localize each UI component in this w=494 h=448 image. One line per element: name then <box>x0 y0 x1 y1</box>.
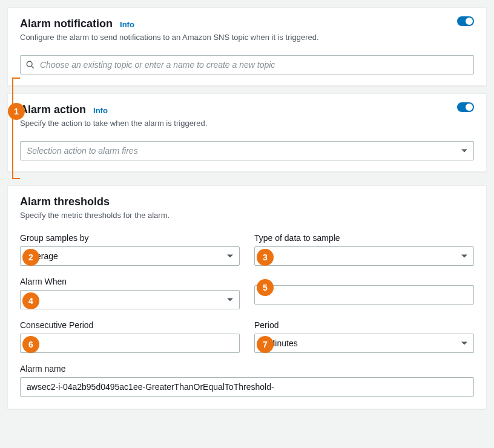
chevron-down-icon <box>461 342 467 345</box>
alarm-name-label: Alarm name <box>20 364 474 374</box>
alarm-when-label: Alarm When <box>20 277 240 286</box>
consecutive-period-label: Consecutive Period <box>20 320 240 330</box>
chevron-down-icon <box>461 255 467 258</box>
search-icon <box>26 61 35 69</box>
type-data-label: Type of data to sample <box>254 233 474 243</box>
period-label: Period <box>254 320 474 330</box>
threshold-value-input[interactable] <box>254 285 474 305</box>
alarm-action-title: Alarm action <box>20 104 86 116</box>
type-data-select[interactable] <box>254 246 474 266</box>
alarm-action-panel: Alarm action Info Specify the action to … <box>7 93 487 172</box>
alarm-action-select[interactable]: Selection action to alarm fires <box>20 141 474 160</box>
alarm-thresholds-panel: Alarm thresholds Specify the metric thre… <box>7 185 487 409</box>
info-link[interactable]: Info <box>93 106 108 115</box>
info-link[interactable]: Info <box>120 20 134 29</box>
alarm-notification-panel: Alarm notification Info Configure the al… <box>7 7 487 86</box>
alarm-thresholds-desc: Specify the metric thresholds for the al… <box>20 211 474 220</box>
period-select[interactable]: 5 Minutes <box>254 334 474 353</box>
alarm-name-input[interactable] <box>20 377 474 397</box>
alarm-thresholds-title: Alarm thresholds <box>20 196 474 208</box>
chevron-down-icon <box>227 298 233 301</box>
group-samples-label: Group samples by <box>20 233 240 243</box>
consecutive-period-input[interactable] <box>20 334 240 353</box>
alarm-notification-title: Alarm notification <box>20 18 113 30</box>
alarm-action-desc: Specify the action to take when the alar… <box>20 119 474 128</box>
group-samples-value: Average <box>27 251 58 261</box>
alarm-notification-toggle[interactable] <box>457 16 474 26</box>
sns-topic-search-input[interactable] <box>20 55 474 74</box>
alarm-notification-desc: Configure the alarm to send notification… <box>20 33 474 42</box>
alarm-when-select[interactable] <box>20 290 240 309</box>
svg-line-1 <box>31 66 34 68</box>
chevron-down-icon <box>461 150 467 153</box>
group-samples-select[interactable]: Average <box>20 246 240 266</box>
alarm-action-select-placeholder: Selection action to alarm fires <box>27 146 138 156</box>
period-value: 5 Minutes <box>261 338 298 348</box>
chevron-down-icon <box>227 255 233 258</box>
alarm-action-toggle[interactable] <box>457 102 474 112</box>
svg-point-0 <box>27 61 32 67</box>
